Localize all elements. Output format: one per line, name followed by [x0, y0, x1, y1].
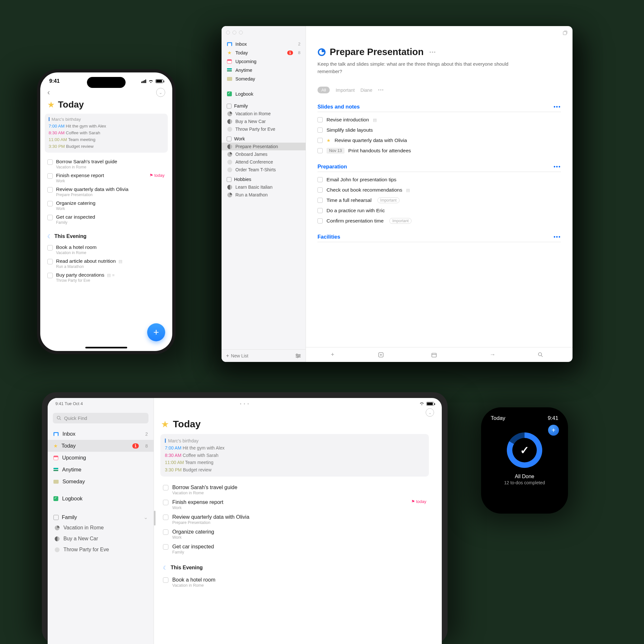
checkbox[interactable] [163, 577, 168, 583]
sidebar-project[interactable]: Order Team T-Shirts [222, 166, 306, 174]
sidebar-project[interactable]: Attend Conference [222, 158, 306, 166]
checkbox[interactable] [317, 218, 323, 223]
task-row[interactable]: Email John for presentation tips [317, 175, 561, 185]
sidebar-upcoming[interactable]: Upcoming [48, 452, 154, 464]
sidebar-project[interactable]: Run a Marathon [222, 191, 306, 199]
checkbox[interactable] [317, 128, 323, 133]
todo-item[interactable]: Get car inspectedFamily [45, 213, 168, 226]
task-row[interactable]: Do a practice run with Eric [317, 205, 561, 216]
sidebar-anytime[interactable]: Anytime [222, 66, 306, 74]
sidebar-area[interactable]: Family [222, 100, 306, 110]
sidebar-project[interactable]: Vacation in Rome [48, 522, 154, 533]
move-icon[interactable]: → [485, 351, 501, 358]
checkbox[interactable] [317, 117, 323, 122]
home-indicator[interactable] [85, 347, 127, 348]
window-icon[interactable] [562, 31, 567, 36]
todo-item[interactable]: Book a hotel roomVacation in Rome [45, 243, 168, 257]
todo-item[interactable]: Finish expense reportWork ⚑ today [45, 171, 168, 185]
task-row[interactable]: Nov 13Print handouts for attendees [317, 146, 561, 156]
project-notes[interactable]: Keep the talk and slides simple: what ar… [317, 57, 524, 75]
sidebar-project[interactable]: Vacation in Rome [222, 110, 306, 118]
checkbox[interactable] [317, 198, 323, 203]
new-heading-icon[interactable] [378, 352, 394, 358]
sidebar-area[interactable]: Work [222, 133, 306, 143]
sidebar-today[interactable]: ★Today18 [48, 440, 154, 452]
todo-item[interactable]: Borrow Sarah's travel guideVacation in R… [160, 482, 429, 497]
checkbox[interactable] [317, 187, 323, 193]
checkbox[interactable] [47, 215, 53, 220]
calendar-events[interactable]: Marc's birthday 7:00 AM Hit the gym with… [45, 114, 168, 153]
todo-item[interactable]: Organize cateringWork [160, 527, 429, 542]
checkbox[interactable] [317, 148, 323, 153]
calendar-events[interactable]: Marc's birthday 7:00 AM Hit the gym with… [160, 434, 429, 477]
traffic-lights[interactable] [222, 26, 306, 38]
tag-diane[interactable]: Diane [361, 88, 373, 93]
task-row[interactable]: Time a full rehearsalImportant [317, 195, 561, 205]
todo-item[interactable]: Finish expense reportWork ⚑ today [160, 497, 429, 512]
sidebar-grip[interactable] [154, 511, 156, 526]
checkbox[interactable] [47, 245, 53, 251]
task-row[interactable]: ★Review quarterly data with Olivia [317, 135, 561, 146]
project-heading[interactable]: Preparation••• [306, 158, 573, 172]
sidebar-someday[interactable]: Someday [222, 74, 306, 83]
task-row[interactable]: Simplify slide layouts [317, 125, 561, 135]
todo-item[interactable]: Organize cateringWork [45, 199, 168, 213]
todo-item[interactable]: Book a hotel roomVacation in Rome [160, 575, 429, 590]
task-row[interactable]: Confirm presentation timeImportant [317, 216, 561, 226]
sidebar-project[interactable]: Prepare Presentation [222, 143, 306, 150]
sidebar-project[interactable]: Buy a New Car [222, 118, 306, 125]
project-more-icon[interactable]: ••• [430, 50, 436, 55]
project-heading[interactable]: Facilities••• [306, 228, 573, 242]
back-button[interactable]: ‹ [47, 88, 50, 97]
heading-more-icon[interactable]: ••• [554, 164, 561, 170]
new-todo-icon[interactable]: + [325, 351, 341, 358]
calendar-icon[interactable] [431, 352, 447, 358]
checkbox[interactable] [47, 273, 53, 278]
add-button[interactable]: + [548, 425, 559, 436]
quick-find-input[interactable]: Quick Find [53, 413, 148, 423]
tag-more-icon[interactable]: ••• [378, 88, 384, 92]
checkbox[interactable] [47, 201, 53, 206]
sidebar-inbox[interactable]: Inbox2 [222, 40, 306, 48]
checkbox[interactable] [317, 208, 323, 213]
checkbox[interactable] [163, 529, 168, 535]
task-row[interactable]: Check out book recommendations ▤ [317, 185, 561, 195]
todo-item[interactable]: Buy party decorations ▤≡Throw Party for … [45, 270, 168, 284]
sidebar-project[interactable]: Throw Party for Eve [222, 125, 306, 133]
dropdown-button[interactable]: ⌄ [156, 88, 165, 97]
checkbox[interactable] [163, 485, 168, 490]
sidebar-area-family[interactable]: Family ⌄ [48, 510, 154, 522]
tag-important[interactable]: Important [336, 88, 355, 93]
checkbox[interactable] [163, 544, 168, 550]
todo-item[interactable]: Get car inspectedFamily [160, 542, 429, 556]
add-button[interactable]: + [147, 323, 165, 341]
sidebar-project[interactable]: Buy a New Car [48, 533, 154, 544]
checkbox[interactable] [47, 187, 53, 193]
todo-item[interactable]: Borrow Sarah's travel guideVacation in R… [45, 157, 168, 171]
sidebar-upcoming[interactable]: Upcoming [222, 57, 306, 66]
sidebar-inbox[interactable]: Inbox2 [48, 428, 154, 440]
settings-icon[interactable] [295, 354, 301, 358]
checkbox[interactable] [163, 515, 168, 520]
project-heading[interactable]: Slides and notes••• [306, 98, 573, 112]
sidebar-project[interactable]: Learn Basic Italian [222, 183, 306, 191]
checkbox[interactable] [47, 173, 53, 179]
todo-item[interactable]: Read article about nutrition ▤Run a Mara… [45, 257, 168, 270]
tag-all[interactable]: All [317, 87, 330, 93]
heading-more-icon[interactable]: ••• [554, 104, 561, 110]
sidebar-logbook[interactable]: Logbook [48, 493, 154, 505]
checkbox[interactable] [317, 177, 323, 182]
checkbox[interactable] [47, 259, 53, 264]
sidebar-project[interactable]: Onboard James [222, 150, 306, 158]
todo-item[interactable]: Review quarterly data with OliviaPrepare… [45, 185, 168, 199]
new-list-button[interactable]: +New List [226, 353, 248, 359]
sidebar-area[interactable]: Hobbies [222, 174, 306, 183]
todo-item[interactable]: Review quarterly data with OliviaPrepare… [160, 512, 429, 527]
checkbox[interactable] [47, 159, 53, 165]
sidebar-logbook[interactable]: Logbook [222, 90, 306, 98]
sidebar-today[interactable]: ★Today18 [222, 48, 306, 57]
search-icon[interactable] [538, 352, 554, 357]
tag-chip[interactable]: Important [377, 197, 400, 203]
task-row[interactable]: Revise introduction ▤ [317, 115, 561, 125]
dropdown-button[interactable]: ⌄ [426, 408, 434, 417]
